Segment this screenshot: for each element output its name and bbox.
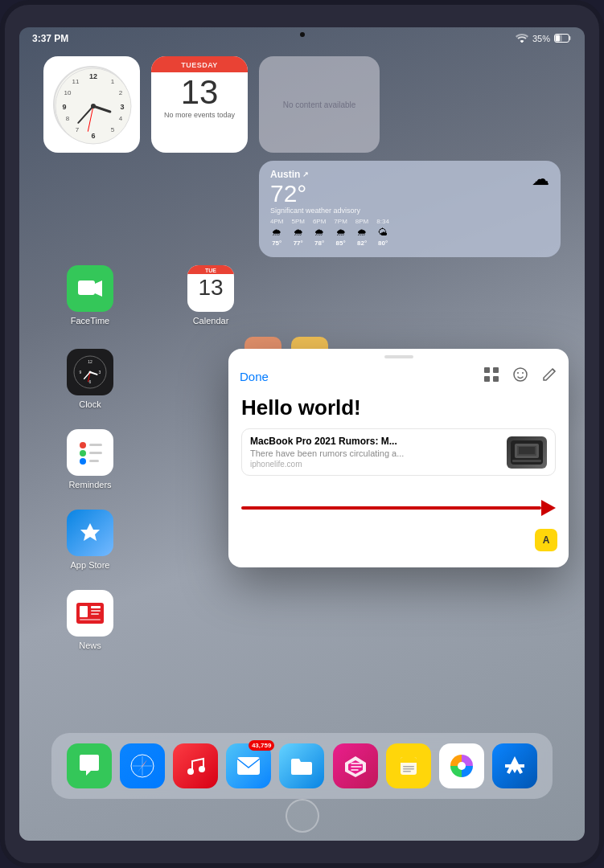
- photos-icon: [439, 743, 484, 788]
- svg-rect-48: [493, 376, 499, 382]
- clock-app[interactable]: 12 3 6 9 Clock: [58, 349, 122, 409]
- forecast-5pm: 5PM 🌧 77°: [291, 218, 304, 247]
- calendar-app-day: TUE: [187, 265, 234, 274]
- svg-point-74: [458, 762, 466, 770]
- facetime-icon: [67, 265, 113, 312]
- svg-rect-45: [484, 367, 490, 373]
- svg-text:7: 7: [76, 126, 80, 133]
- svg-text:11: 11: [72, 78, 80, 85]
- svg-text:12: 12: [89, 72, 97, 80]
- note-popup[interactable]: Done: [228, 349, 569, 567]
- app-row-1: FaceTime TUE 13 Calendar: [58, 265, 243, 326]
- status-time: 3:37 PM: [32, 33, 68, 44]
- widgets-row-2: Austin ↗ 72° ☁ Significant weather advis…: [43, 161, 561, 257]
- note-link-title: MacBook Pro 2021 Rumors: M...: [250, 436, 499, 447]
- svg-rect-1: [556, 35, 561, 41]
- dock-photos[interactable]: [439, 743, 484, 788]
- dock-fantastical[interactable]: [333, 743, 378, 788]
- svg-rect-40: [80, 606, 88, 617]
- svg-rect-73: [403, 771, 411, 772]
- svg-text:6: 6: [91, 132, 95, 140]
- svg-rect-44: [80, 619, 101, 620]
- status-bar: 3:37 PM 35%: [19, 27, 585, 50]
- forecast-4pm: 4PM 🌧 75°: [270, 218, 283, 247]
- calendar-app-icon: TUE 13: [187, 265, 234, 312]
- svg-rect-65: [237, 757, 260, 775]
- dock-safari[interactable]: [120, 743, 165, 788]
- cal-events-text: No more events today: [151, 111, 248, 121]
- note-done-button[interactable]: Done: [240, 370, 269, 383]
- messages-icon: [67, 743, 112, 788]
- notes-icon: [386, 743, 431, 788]
- red-arrow-container: [228, 476, 569, 529]
- svg-rect-41: [91, 606, 101, 608]
- calendar-widget[interactable]: TUESDAY 13 No more events today: [151, 56, 248, 153]
- svg-point-64: [199, 766, 205, 772]
- clock-widget[interactable]: 12 3 6 9 1 2 4 5 7 8 10 11: [43, 56, 140, 153]
- home-button[interactable]: [286, 799, 319, 833]
- svg-rect-21: [78, 280, 95, 295]
- svg-rect-37: [89, 452, 102, 454]
- clock-face: 12 3 6 9 1 2 4 5 7 8 10 11: [53, 66, 130, 143]
- svg-point-50: [517, 372, 519, 374]
- facetime-label: FaceTime: [71, 316, 110, 326]
- dock-messages[interactable]: [67, 743, 112, 788]
- music-icon: [173, 743, 218, 788]
- dock: 43,759: [51, 733, 553, 799]
- clock-app-row: 12 3 6 9 Clock: [58, 349, 122, 409]
- notes-watermark-area: A: [228, 529, 569, 555]
- note-link-card[interactable]: MacBook Pro 2021 Rumors: M... There have…: [241, 428, 556, 476]
- calendar-app-icon-area: [151, 161, 248, 249]
- note-link-desc: There have been rumors circulating a...: [250, 448, 499, 458]
- wifi-icon: [516, 33, 528, 44]
- svg-marker-22: [95, 280, 102, 297]
- news-label: News: [79, 641, 101, 650]
- calendar-app[interactable]: TUE 13 Calendar: [179, 265, 243, 326]
- news-icon: [67, 590, 113, 637]
- dock-music[interactable]: [173, 743, 218, 788]
- note-toolbar: Done: [228, 358, 569, 392]
- svg-rect-36: [89, 444, 102, 446]
- svg-point-20: [91, 104, 96, 108]
- news-app[interactable]: News: [58, 590, 122, 650]
- compose-icon[interactable]: [541, 366, 557, 386]
- svg-point-63: [187, 768, 194, 775]
- forecast-8pm: 8PM 🌧 82°: [355, 218, 368, 247]
- ipad-frame: 3:37 PM 35%: [0, 0, 604, 868]
- svg-point-49: [514, 368, 527, 381]
- appstore2-icon: [492, 743, 537, 788]
- svg-text:5: 5: [111, 126, 115, 133]
- weather-cloud-icon: ☁: [532, 169, 549, 190]
- svg-text:10: 10: [64, 89, 72, 96]
- note-toolbar-icons: [483, 366, 557, 386]
- svg-text:1: 1: [111, 78, 115, 85]
- reminders-app[interactable]: Reminders: [58, 429, 122, 489]
- dock-appstore[interactable]: [492, 743, 537, 788]
- svg-rect-55: [512, 460, 541, 462]
- svg-text:3: 3: [120, 103, 124, 111]
- calendar-app-date: 13: [198, 274, 223, 301]
- emoji-icon[interactable]: [512, 366, 528, 386]
- dock-mail[interactable]: 43,759: [226, 743, 271, 788]
- svg-point-33: [80, 442, 86, 448]
- weather-location: Austin ↗: [270, 169, 309, 180]
- dock-notes[interactable]: [386, 743, 431, 788]
- weather-widget[interactable]: Austin ↗ 72° ☁ Significant weather advis…: [259, 161, 561, 257]
- appstore-app[interactable]: App Store: [58, 510, 122, 570]
- svg-rect-43: [91, 613, 99, 615]
- cal-date: 13: [151, 72, 248, 111]
- widgets-row-1: 12 3 6 9 1 2 4 5 7 8 10 11: [43, 56, 561, 153]
- red-arrow-head: [541, 500, 556, 516]
- notes-brand-icon: A: [535, 529, 557, 551]
- svg-rect-71: [403, 766, 414, 768]
- grid-icon[interactable]: [483, 366, 499, 386]
- battery-icon: [554, 34, 572, 44]
- facetime-app[interactable]: FaceTime: [58, 265, 122, 326]
- svg-text:9: 9: [62, 103, 66, 111]
- red-arrow-line: [241, 506, 541, 510]
- cal-header: TUESDAY: [151, 56, 248, 72]
- svg-rect-3: [569, 36, 571, 40]
- dock-files[interactable]: [279, 743, 324, 788]
- reminders-icon: [67, 429, 113, 476]
- reminders-label: Reminders: [68, 480, 111, 489]
